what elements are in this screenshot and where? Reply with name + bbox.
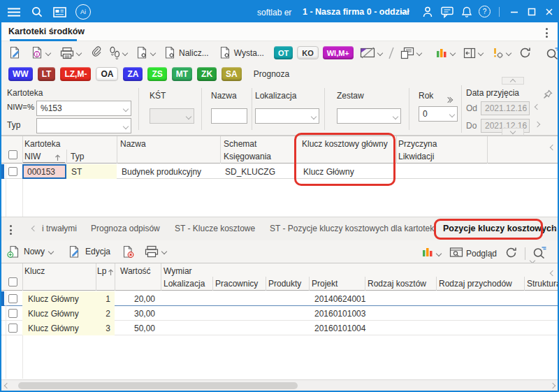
panel-expand-down[interactable] — [502, 128, 524, 136]
col-header-klucz[interactable]: Klucz — [24, 266, 45, 276]
chart-icon[interactable] — [421, 247, 434, 261]
col-header-produkty[interactable]: Produkty — [268, 279, 301, 289]
dropdown-icon[interactable] — [45, 50, 51, 55]
col-header-likwidacji[interactable]: Likwidacji — [398, 152, 434, 161]
group-header-wymiar[interactable]: Wymiar — [164, 266, 192, 276]
table-row[interactable]: 000153 ST Budynek produkcyjny SD_KLUCZG … — [1, 164, 558, 179]
chart-icon[interactable] — [435, 48, 455, 59]
col-header-lokalizacja[interactable]: Lokalizacja — [164, 279, 205, 289]
delete-button[interactable] — [122, 245, 135, 259]
filter-search-icon[interactable] — [546, 47, 559, 59]
nalicz-button[interactable]: Nalicz... — [164, 46, 209, 59]
table-row[interactable]: Klucz Główny 1 20,00 20140624001 — [1, 291, 558, 306]
preview-label[interactable]: Podgląd — [466, 249, 497, 259]
company-selector[interactable]: 1 - Nasza firma 0 - oddział — [303, 7, 409, 17]
cell-wartosc[interactable]: 50,00 — [115, 321, 161, 335]
document-info-icon[interactable] — [31, 46, 50, 59]
cell-klucz-glowny[interactable]: Klucz Główny — [303, 167, 354, 177]
col-header-przyczyna[interactable]: Przyczyna — [398, 139, 437, 149]
badge-wim[interactable]: WI,M+ — [323, 46, 354, 59]
col-header-rodzaj-przychodow[interactable]: Rodzaj przychodów — [439, 279, 512, 289]
dock-panel-icon[interactable] — [463, 48, 483, 59]
dropdown-icon[interactable] — [161, 249, 167, 254]
cell-nazwa[interactable]: Budynek produkcyjny — [122, 167, 201, 177]
dropdown-icon[interactable] — [123, 106, 129, 112]
print-icon[interactable] — [60, 47, 81, 59]
detail-tabs-menu-icon[interactable] — [10, 224, 12, 236]
col-header-nazwa[interactable]: Nazwa — [120, 139, 146, 149]
dropdown-icon[interactable] — [449, 112, 455, 117]
table-row[interactable]: Klucz Główny 3 50,00 20160101004 — [1, 321, 558, 335]
close-icon[interactable] — [545, 8, 553, 16]
badge-sa[interactable]: SA — [222, 67, 242, 81]
badge-ot[interactable]: OT — [274, 46, 293, 59]
tab-prognoza-odpisow[interactable]: Prognoza odpisów — [91, 224, 160, 233]
prognoza-label[interactable]: Prognoza — [254, 69, 289, 79]
bell-icon[interactable] — [462, 6, 472, 18]
panel-collapse-up[interactable] — [502, 77, 524, 85]
col-header-wartosc[interactable]: Wartość — [120, 266, 151, 276]
badge-ww[interactable]: WW — [8, 67, 33, 81]
row-checkbox[interactable] — [8, 309, 17, 318]
badge-zs[interactable]: ZS — [147, 67, 166, 81]
col-header-typ[interactable]: Typ — [71, 152, 84, 161]
cell-projekt[interactable]: 20160101003 — [314, 309, 365, 319]
row-checkbox[interactable] — [8, 294, 17, 303]
col-header-rodzaj-kosztow[interactable]: Rodzaj kosztów — [368, 279, 426, 289]
print-icon[interactable] — [145, 245, 166, 258]
preview-icon[interactable] — [449, 247, 463, 261]
document-process-icon[interactable] — [136, 46, 155, 59]
row-checkbox[interactable] — [8, 324, 17, 333]
help-icon[interactable]: ? — [479, 6, 491, 17]
filter-search-icon[interactable] — [532, 246, 547, 261]
kst-filter-input[interactable] — [150, 108, 194, 124]
refresh-icon[interactable] — [519, 47, 532, 59]
cell-typ[interactable]: ST — [66, 164, 117, 179]
wystaw-button[interactable]: Wysta... — [219, 46, 264, 59]
col-header-klucz-kosztowy[interactable]: Klucz kosztowy główny — [302, 139, 388, 149]
col-header-pracownicy[interactable]: Pracownicy — [215, 279, 258, 289]
cell-lp[interactable]: 3 — [96, 321, 115, 335]
tab-partial-trwalymi[interactable]: i trwałymi — [42, 224, 77, 233]
ai-icon[interactable]: Ai — [75, 4, 91, 20]
edit-document-icon[interactable] — [8, 46, 22, 59]
dropdown-icon[interactable] — [311, 114, 317, 119]
new-button[interactable]: Nowy — [7, 245, 53, 259]
cell-klucz[interactable]: Klucz Główny — [22, 321, 96, 335]
scroll-left-arrow[interactable] — [4, 383, 10, 389]
lokalizacja-filter-input[interactable] — [255, 108, 319, 124]
tab-st-pozycje-kluczy[interactable]: ST - Pozycje kluczy kosztowych dla karto… — [270, 224, 436, 233]
tab-pozycje-kluczy-active[interactable]: Pozycje kluczy kosztowych — [443, 224, 557, 233]
typ-filter-input[interactable] — [36, 118, 131, 133]
user-icon[interactable] — [423, 6, 433, 17]
cell-wartosc[interactable]: 20,00 — [115, 291, 161, 306]
col-header-schemat[interactable]: Schemat — [224, 139, 256, 149]
cell-klucz[interactable]: Klucz Główny — [22, 306, 96, 321]
cell-lp[interactable]: 2 — [96, 306, 115, 321]
tabs-scroll-left-icon[interactable] — [31, 226, 37, 231]
table-row[interactable]: Klucz Główny 2 30,00 20160101003 — [1, 306, 558, 321]
badge-za[interactable]: ZA — [123, 67, 143, 81]
col-header-struktura[interactable]: Struktura — [527, 279, 559, 289]
date-prev-icon[interactable] — [535, 104, 540, 110]
sort-asc-icon[interactable] — [108, 266, 114, 279]
badge-zk[interactable]: ZK — [197, 67, 217, 81]
cell-schemat[interactable]: SD_KLUCZG — [225, 167, 275, 177]
col-header-ksiegowania[interactable]: Księgowania — [224, 152, 271, 161]
row-checkbox[interactable] — [8, 167, 17, 176]
cell-niw-selected[interactable]: 000153 — [22, 164, 66, 179]
minimize-icon[interactable] — [510, 8, 518, 16]
pin-icon[interactable] — [543, 89, 553, 102]
tab-row-menu-icon[interactable] — [546, 27, 548, 39]
horizontal-scrollbar[interactable] — [1, 379, 558, 391]
news-icon[interactable] — [53, 7, 66, 17]
dropdown-icon[interactable] — [416, 50, 422, 55]
select-all-checkbox[interactable] — [8, 150, 17, 159]
rok-expand-icon[interactable] — [446, 92, 452, 105]
cell-lp[interactable]: 1 — [96, 291, 115, 306]
dropdown-icon[interactable] — [377, 50, 383, 55]
dropdown-icon[interactable] — [122, 50, 128, 55]
mail-disabled-icon[interactable] — [360, 47, 382, 59]
dropdown-icon[interactable] — [123, 124, 129, 129]
dropdown-icon[interactable] — [393, 114, 398, 119]
